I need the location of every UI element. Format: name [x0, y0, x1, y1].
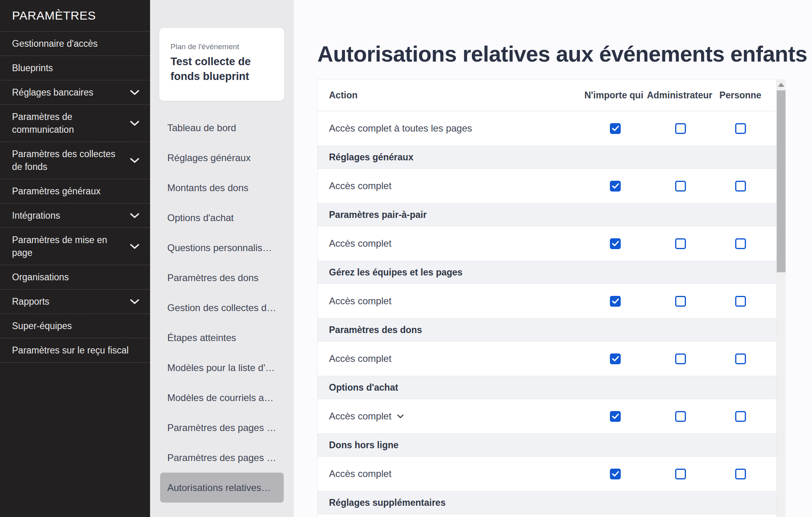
row-label: Accès complet	[329, 295, 391, 307]
checkbox-person[interactable]	[735, 238, 746, 249]
main-content: Autorisations relatives aux événements e…	[294, 0, 812, 517]
checkbox-person[interactable]	[735, 181, 746, 192]
event-plan-item[interactable]: Modèles pour la liste d'…	[150, 353, 294, 383]
checkmark-icon	[612, 356, 619, 361]
section-header-row: Options d'achat	[318, 376, 776, 399]
table-row: Accès complet	[318, 399, 776, 434]
checkbox-person[interactable]	[735, 411, 746, 422]
sidebar-item[interactable]: Rapports	[0, 289, 150, 314]
column-header-administrator: Administrateur	[647, 90, 712, 101]
table-row: Accès complet	[318, 341, 776, 376]
checkbox-anyone[interactable]	[610, 411, 621, 422]
checkbox-cell-administrator	[648, 469, 712, 479]
checkbox-cell-person	[712, 181, 768, 192]
checkbox-cell-administrator	[648, 411, 712, 422]
scroll-up-button[interactable]	[777, 79, 786, 90]
sidebar-item[interactable]: Paramètres de mise en page	[0, 228, 150, 265]
column-header-anyone: N'importe qui	[581, 90, 647, 101]
checkbox-administrator[interactable]	[675, 181, 686, 192]
sidebar-item-label: Paramètres généraux	[12, 185, 140, 198]
permissions-table: Action N'importe quiAdministrateurPerson…	[317, 79, 777, 517]
checkbox-person[interactable]	[735, 353, 746, 364]
sidebar-item[interactable]: Paramètres des collectes de fonds	[0, 142, 150, 179]
checkbox-administrator[interactable]	[675, 469, 686, 479]
sidebar-item[interactable]: Paramètres de communication	[0, 105, 150, 142]
sidebar-item[interactable]: Super-équipes	[0, 314, 150, 338]
row-label: Accès complet	[329, 468, 391, 479]
event-plan-item[interactable]: Montants des dons	[150, 173, 294, 203]
checkbox-cell-person	[712, 411, 768, 422]
sidebar-item-label: Gestionnaire d'accès	[12, 37, 140, 50]
page-title: Autorisations relatives aux événements e…	[317, 41, 807, 67]
checkbox-administrator[interactable]	[675, 296, 686, 307]
checkbox-administrator[interactable]	[675, 353, 686, 364]
sidebar-item-label: Réglages bancaires	[12, 86, 126, 99]
triangle-up-icon	[778, 83, 784, 87]
checkbox-cell-person	[712, 353, 768, 364]
sidebar-item-label: Organisations	[12, 271, 140, 283]
checkbox-administrator[interactable]	[675, 123, 686, 134]
event-plan-item[interactable]: Étapes atteintes	[150, 323, 294, 353]
table-body: Accès complet à toutes les pagesRéglages…	[318, 111, 776, 514]
event-plan-item[interactable]: Autorisations relatives…	[160, 473, 284, 503]
checkbox-anyone[interactable]	[610, 181, 621, 192]
sidebar-item-label: Paramètres des collectes de fonds	[12, 148, 126, 173]
scrollbar-thumb[interactable]	[777, 90, 786, 272]
checkbox-anyone[interactable]	[610, 296, 621, 307]
event-plan-item[interactable]: Modèles de courriels a…	[150, 383, 294, 413]
checkbox-person[interactable]	[735, 123, 746, 134]
row-label-cell: Accès complet	[329, 295, 582, 307]
sidebar-item[interactable]: Gestionnaire d'accès	[0, 32, 150, 56]
event-plan-item[interactable]: Gestion des collectes d…	[150, 293, 294, 323]
checkbox-anyone[interactable]	[610, 353, 621, 364]
checkbox-person[interactable]	[735, 469, 746, 479]
section-header-row: Gérez les équipes et les pages	[318, 261, 776, 284]
checkbox-cell-anyone	[582, 411, 648, 422]
table-row: Accès complet	[318, 169, 776, 204]
event-plan-card-label: Plan de l'événement	[170, 42, 273, 51]
sidebar-item-label: Intégrations	[12, 209, 126, 222]
sidebar-item[interactable]: Paramètres généraux	[0, 179, 150, 204]
event-plan-card-title: Test collecte de fonds blueprint	[170, 54, 273, 84]
checkbox-cell-person	[712, 123, 768, 134]
sidebar-item[interactable]: Réglages bancaires	[0, 80, 150, 105]
event-plan-item[interactable]: Paramètres des dons	[150, 263, 294, 293]
event-plan-item[interactable]: Options d'achat	[150, 203, 294, 233]
event-plan-item[interactable]: Tableau de bord	[150, 113, 294, 143]
event-plan-card: Plan de l'événement Test collecte de fon…	[159, 28, 284, 101]
event-plan-item[interactable]: Paramètres des pages …	[150, 443, 294, 473]
sidebar-item[interactable]: Paramètres sur le reçu fiscal	[0, 338, 150, 363]
row-label: Accès complet	[329, 411, 391, 422]
event-plan-item[interactable]: Paramètres des pages …	[150, 413, 294, 443]
section-header-label: Réglages généraux	[329, 152, 413, 163]
table-row: Accès complet	[318, 284, 776, 319]
event-plan-item[interactable]: Questions personnalis…	[150, 233, 294, 263]
section-header-row: Paramètres pair-à-pair	[318, 204, 776, 226]
checkbox-anyone[interactable]	[610, 238, 621, 249]
checkbox-person[interactable]	[735, 296, 746, 307]
sidebar-item[interactable]: Organisations	[0, 265, 150, 289]
section-header-label: Gérez les équipes et les pages	[329, 267, 463, 278]
sidebar-item-label: Paramètres sur le reçu fiscal	[12, 344, 140, 357]
checkbox-administrator[interactable]	[675, 411, 686, 422]
checkmark-icon	[612, 183, 619, 189]
chevron-down-icon	[130, 299, 140, 305]
checkbox-cell-anyone	[582, 181, 648, 192]
checkmark-icon	[612, 126, 619, 131]
row-label: Accès complet	[329, 353, 391, 364]
access-level-dropdown[interactable]: Accès complet	[329, 411, 404, 422]
checkbox-administrator[interactable]	[675, 238, 686, 249]
checkbox-anyone[interactable]	[610, 123, 621, 134]
chevron-down-icon	[130, 213, 140, 219]
section-header-row: Réglages généraux	[318, 146, 776, 169]
sidebar-item[interactable]: Blueprints	[0, 56, 150, 80]
sidebar-item-label: Paramètres de communication	[12, 110, 126, 136]
checkbox-cell-administrator	[648, 296, 712, 307]
section-header-label: Options d'achat	[329, 382, 398, 393]
checkbox-cell-administrator	[648, 181, 712, 192]
table-scrollbar[interactable]	[777, 79, 786, 517]
sidebar-item[interactable]: Intégrations	[0, 204, 150, 228]
section-header-label: Réglages supplémentaires	[329, 497, 445, 508]
event-plan-item[interactable]: Réglages généraux	[150, 143, 294, 173]
checkbox-anyone[interactable]	[610, 469, 621, 479]
